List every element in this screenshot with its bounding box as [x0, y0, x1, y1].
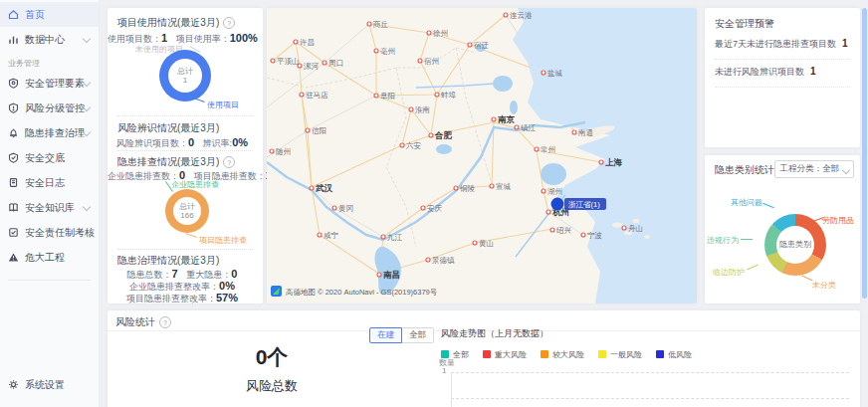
city-marker — [429, 133, 433, 137]
city-label: 南昌 — [383, 270, 400, 280]
city-marker — [409, 107, 413, 111]
city-label: 黄山 — [479, 239, 494, 248]
legend-item[interactable]: 重大风险 — [483, 349, 527, 360]
city-label: 咸宁 — [324, 231, 339, 240]
sidebar-item-knowledge-base[interactable]: 安全知识库 — [0, 195, 99, 220]
city-marker — [550, 228, 554, 232]
book-icon — [8, 202, 19, 213]
city-label: 随州 — [276, 147, 291, 156]
scrollbar-thumb[interactable] — [862, 8, 867, 299]
city-marker — [323, 61, 326, 65]
connector-line — [193, 98, 205, 102]
sidebar-item-label: 安全责任制考核 — [25, 226, 95, 240]
category-filter-dropdown[interactable]: 工程分类：全部 — [774, 160, 855, 178]
connector-line — [185, 233, 197, 238]
usage-stats: 使用项目数：1 项目使用率：100% — [108, 32, 263, 46]
segment-label: 违规行为 — [707, 235, 739, 246]
sidebar-item-home[interactable]: 首页 — [0, 2, 99, 27]
tab-under-construction[interactable]: 在建 — [369, 327, 402, 343]
home-icon — [8, 9, 19, 20]
legend-item[interactable]: 较大风险 — [541, 349, 584, 360]
sidebar-item-risk-control[interactable]: 风险分级管控 — [0, 96, 99, 120]
city-label: 驻马店 — [306, 91, 328, 100]
donut-label-enterprise: 企业隐患排查 — [171, 179, 219, 190]
city-marker — [310, 186, 314, 190]
help-icon[interactable]: ? — [159, 316, 171, 328]
sidebar-item-data-center[interactable]: 数据中心 — [0, 27, 99, 52]
city-marker — [294, 40, 298, 44]
legend-item[interactable]: 低风险 — [656, 349, 692, 360]
legend-item[interactable]: 一般风险 — [598, 349, 642, 360]
alert-row[interactable]: 最近7天未进行隐患排查项目数1 — [715, 38, 850, 60]
city-label: 商丘 — [372, 20, 389, 29]
city-marker — [490, 184, 494, 188]
city-marker — [381, 235, 385, 239]
shield-alert-icon — [8, 102, 19, 113]
sidebar-item-label: 危大工程 — [25, 251, 65, 265]
city-marker — [473, 241, 477, 245]
legend-swatch — [541, 350, 548, 358]
sidebar: 首页 数据中心 业务管理 安全管理要素 风险分级管控 隐患排查治理 安全交底 安… — [0, 0, 100, 407]
tab-all[interactable]: 全部 — [402, 327, 434, 343]
city-marker — [572, 130, 576, 134]
city-marker — [426, 258, 430, 262]
city-marker — [300, 93, 304, 97]
risk-id-stats: 风险辨识项目数：0 辨识率:0% — [108, 136, 263, 150]
sidebar-item-label: 安全交底 — [25, 151, 65, 165]
sidebar-item-safety-log[interactable]: 安全日志 — [0, 170, 99, 195]
city-label: 宿迁 — [474, 41, 490, 50]
segment-label: 临边防护 — [713, 267, 745, 278]
sidebar-item-responsibility-assessment[interactable]: 安全责任制考核 — [0, 220, 99, 245]
chevron-down-icon — [842, 166, 850, 174]
map-canvas[interactable]: 商丘徐州宿迁连云港许昌漯河周口亳州宿州平顶山阜阳蚌埠驻马店淮南盐城信阳合肥六安南… — [267, 8, 697, 304]
legend-swatch — [483, 350, 491, 358]
city-label: 盐城 — [547, 69, 563, 78]
sidebar-item-hazard-inspection[interactable]: 隐患排查治理 — [0, 120, 99, 145]
sidebar-item-label: 数据中心 — [25, 33, 65, 47]
map-panel[interactable]: 商丘徐州宿迁连云港许昌漯河周口亳州宿州平顶山阜阳蚌埠驻马店淮南盐城信阳合肥六安南… — [267, 8, 697, 304]
gridline — [451, 398, 849, 399]
segment-label: 未分类 — [812, 280, 836, 291]
sidebar-item-safety-disclosure[interactable]: 安全交底 — [0, 145, 99, 170]
city-marker — [542, 71, 545, 75]
city-label: 武汉 — [315, 183, 333, 193]
segment-label: 其他问题 — [731, 197, 762, 208]
city-label: 亳州 — [380, 47, 395, 56]
city-marker — [306, 128, 310, 132]
city-marker — [427, 31, 431, 35]
city-label: 六安 — [406, 141, 422, 150]
alert-panel-title: 安全管理预警 — [715, 17, 774, 31]
city-label: 铜陵 — [459, 184, 476, 193]
category-donut-chart: 隐患类别 — [764, 214, 826, 276]
shield-check-icon — [8, 152, 19, 163]
city-label: 南京 — [498, 114, 516, 124]
svg-text:高德地图 © 2020 AutoNavi - GS(2019: 高德地图 © 2020 AutoNavi - GS(2019)6379号 — [286, 288, 438, 297]
divider — [117, 249, 253, 250]
sidebar-item-label: 安全日志 — [25, 176, 65, 190]
city-label: 漯河 — [303, 62, 320, 71]
sidebar-item-safety-elements[interactable]: 安全管理要素 — [0, 71, 99, 96]
risk-stats-panel: 风险统计 ? 在建 全部 0个 风险总数 风险走势图（上月无数据） 全部重大风险… — [108, 310, 860, 407]
usage-donut-chart: 总计1 — [159, 50, 211, 102]
city-marker — [374, 49, 378, 53]
alert-row[interactable]: 未进行风险辨识项目数1 — [715, 66, 850, 88]
city-marker — [400, 143, 404, 147]
map-location-pin[interactable]: 浙江省(1) — [551, 198, 607, 211]
help-icon[interactable]: ? — [223, 17, 235, 29]
city-label: 宁波 — [587, 231, 602, 240]
city-marker — [435, 93, 439, 97]
notebook-icon — [8, 177, 19, 188]
city-label: 合肥 — [434, 130, 453, 140]
sidebar-item-settings[interactable]: 系统设置 — [0, 372, 100, 397]
sidebar-item-major-projects[interactable]: 危大工程 — [0, 245, 99, 270]
donut-label-project: 项目隐患排查 — [199, 235, 247, 246]
city-label: 绍兴 — [556, 226, 572, 235]
city-label: 上海 — [605, 157, 623, 167]
trend-chart-title: 风险走势图（上月无数据） — [441, 327, 548, 340]
help-icon[interactable]: ? — [223, 156, 235, 168]
city-label: 常州 — [541, 145, 555, 154]
city-marker — [454, 186, 458, 190]
check-square-icon — [8, 227, 19, 238]
city-label: 九江 — [387, 233, 403, 242]
divider — [117, 150, 253, 151]
